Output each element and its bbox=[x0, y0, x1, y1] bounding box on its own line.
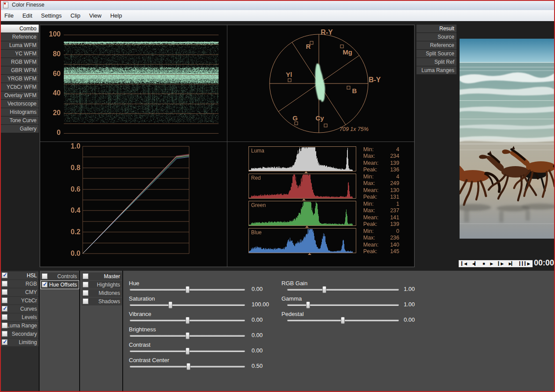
transport-button-play-every-frame[interactable]: ▎▎▎▶ bbox=[519, 260, 530, 267]
correction-tab[interactable]: Luma Range bbox=[1, 322, 39, 330]
checkbox[interactable] bbox=[2, 298, 7, 303]
transport-bar: ▎◀◀▎■▶▎▶▶▎▎▎▎▶ bbox=[459, 260, 533, 267]
scope-tab[interactable]: Overlay WFM bbox=[1, 91, 39, 99]
slider-thumb[interactable] bbox=[186, 317, 190, 324]
slider-track[interactable] bbox=[287, 304, 399, 306]
checkbox[interactable] bbox=[83, 298, 88, 304]
view-button[interactable]: Result bbox=[416, 25, 456, 33]
slider-track[interactable] bbox=[130, 350, 245, 352]
slider-track[interactable] bbox=[130, 289, 245, 290]
scope-tab[interactable]: YC WFM bbox=[1, 50, 39, 58]
menu-item[interactable]: File bbox=[0, 10, 18, 21]
menu-item[interactable]: View bbox=[85, 10, 106, 21]
checkbox[interactable] bbox=[42, 273, 47, 279]
scope-tab[interactable]: RGB WFM bbox=[1, 58, 39, 66]
waveform-gridline bbox=[64, 94, 219, 94]
correction-tab[interactable]: Limiting bbox=[1, 338, 39, 346]
menu-item[interactable]: Clip bbox=[66, 10, 84, 21]
scope-tab[interactable]: Reference bbox=[1, 33, 39, 41]
correction-tab-label: YCbCr bbox=[21, 298, 37, 304]
scope-tab[interactable]: Luma WFM bbox=[1, 41, 39, 49]
transport-button-step-forward[interactable]: ▎▶ bbox=[498, 260, 504, 267]
histogram-stats: Min:1 Max:237 Mean:141 Peak:139 bbox=[363, 201, 399, 228]
slider-track[interactable] bbox=[130, 319, 245, 321]
slider-track[interactable] bbox=[130, 366, 245, 367]
histogram-scope: Luma Min:4 Max:234 Mean:139 Peak:136 Red bbox=[248, 146, 415, 255]
scope-tab[interactable]: YCbCr WFM bbox=[1, 83, 39, 91]
transport-button-stop[interactable]: ■ bbox=[483, 260, 485, 267]
slider-track[interactable] bbox=[130, 335, 245, 337]
view-button[interactable]: Luma Ranges bbox=[416, 66, 456, 74]
checkbox[interactable] bbox=[2, 306, 7, 312]
tonal-range-tab[interactable]: Master bbox=[82, 272, 122, 280]
hsl-mode-tab[interactable]: Hue Offsets bbox=[41, 281, 79, 289]
titlebar[interactable]: Color Finesse bbox=[0, 0, 555, 10]
slider-thumb[interactable] bbox=[186, 286, 190, 293]
transport-button-go-to-start[interactable]: ▎◀ bbox=[461, 260, 467, 267]
scope-tab[interactable]: Tone Curve bbox=[1, 116, 39, 124]
view-button[interactable]: Split Source bbox=[416, 50, 456, 58]
menu-item[interactable]: Edit bbox=[18, 10, 37, 21]
view-button[interactable]: Reference bbox=[416, 41, 456, 49]
correction-tab[interactable]: CMY bbox=[1, 288, 39, 296]
view-button[interactable]: Source bbox=[416, 33, 456, 41]
scope-tab[interactable]: Vectorscope bbox=[1, 100, 39, 108]
checkbox[interactable] bbox=[2, 339, 7, 345]
transport-button-step-back[interactable]: ◀▎ bbox=[472, 260, 477, 267]
checkbox[interactable] bbox=[2, 323, 7, 328]
checkbox[interactable] bbox=[83, 273, 88, 279]
correction-tab[interactable]: YCbCr bbox=[1, 297, 39, 305]
hsl-mode-tab[interactable]: Controls bbox=[41, 272, 79, 280]
histogram-row-Luma: Luma Min:4 Max:234 Mean:139 Peak:136 bbox=[248, 146, 415, 174]
correction-tab[interactable]: RGB bbox=[1, 280, 39, 288]
checkbox[interactable] bbox=[2, 272, 7, 278]
tonal-range-tab[interactable]: Midtones bbox=[82, 289, 122, 297]
checkbox[interactable] bbox=[83, 290, 88, 296]
checkbox[interactable] bbox=[2, 314, 7, 320]
waveform-gridline bbox=[64, 123, 219, 124]
slider-thumb[interactable] bbox=[168, 301, 172, 309]
column-divider bbox=[39, 271, 40, 392]
stat-value: 130 bbox=[390, 187, 399, 194]
correction-tab[interactable]: HSL bbox=[1, 272, 39, 279]
slider-row: RGB Gain 1.00 bbox=[281, 280, 427, 295]
scope-tab[interactable]: Combo bbox=[1, 25, 39, 33]
stat-label: Max: bbox=[363, 180, 375, 187]
slider-thumb[interactable] bbox=[341, 317, 345, 324]
checkbox[interactable] bbox=[42, 282, 47, 287]
slider-thumb[interactable] bbox=[186, 332, 190, 339]
scope-tab[interactable]: Histograms bbox=[1, 108, 39, 116]
histogram-row-Green: Green Min:1 Max:237 Mean:141 Peak:139 bbox=[248, 201, 415, 228]
curve-tick-label: 0.8 bbox=[40, 164, 80, 173]
checkbox[interactable] bbox=[2, 331, 7, 337]
stat-value: 4 bbox=[396, 174, 399, 180]
column-divider bbox=[79, 271, 80, 392]
scope-tab[interactable]: GBR WFM bbox=[1, 66, 39, 74]
correction-tab[interactable]: Secondary bbox=[1, 330, 39, 338]
checkbox[interactable] bbox=[2, 281, 7, 287]
view-button[interactable]: Split Ref bbox=[416, 58, 456, 66]
stat-value: 234 bbox=[390, 153, 399, 160]
slider-thumb[interactable] bbox=[306, 301, 310, 309]
slider-thumb[interactable] bbox=[186, 363, 190, 370]
checkbox[interactable] bbox=[83, 282, 88, 287]
transport-button-play[interactable]: ▶ bbox=[490, 260, 493, 267]
waveform-gridline bbox=[64, 35, 219, 35]
slider-thumb[interactable] bbox=[186, 348, 190, 355]
slider-track[interactable] bbox=[130, 304, 245, 306]
tonal-range-tab[interactable]: Highlights bbox=[82, 281, 122, 289]
menu-item[interactable]: Settings bbox=[37, 10, 66, 21]
slider-group-right: RGB Gain 1.00 Gamma 1.00 Pedestal 0.00 bbox=[281, 280, 427, 326]
slider-track[interactable] bbox=[287, 289, 399, 290]
menu-item[interactable]: Help bbox=[106, 10, 127, 21]
scope-tab[interactable]: Gallery bbox=[1, 125, 39, 133]
tonal-range-tab[interactable]: Shadows bbox=[82, 298, 122, 305]
checkbox[interactable] bbox=[2, 289, 7, 295]
vectorscope-label-cy: Cy bbox=[315, 114, 324, 122]
scope-tab[interactable]: YRGB WFM bbox=[1, 75, 39, 83]
slider-track[interactable] bbox=[287, 319, 399, 321]
slider-thumb[interactable] bbox=[322, 286, 326, 293]
correction-tab[interactable]: Levels bbox=[1, 313, 39, 321]
correction-tab[interactable]: Curves bbox=[1, 305, 39, 313]
transport-button-go-to-end[interactable]: ▶▎ bbox=[509, 260, 514, 267]
